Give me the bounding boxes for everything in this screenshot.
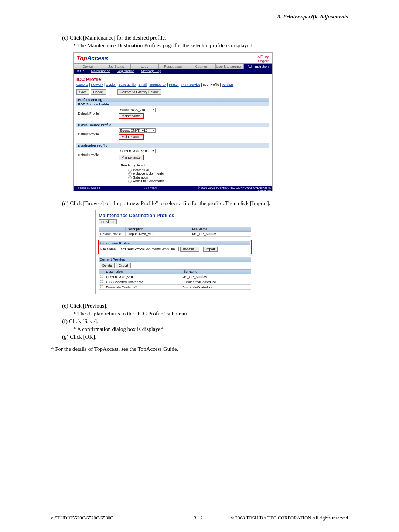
export-button[interactable]: Export: [116, 263, 131, 268]
restore-button[interactable]: Restore to Factory Default: [117, 89, 161, 95]
step-c: (c) Click [Maintenance] for the desired …: [62, 35, 348, 41]
mdp-screenshot: Maintenance Destination Profiles Previou…: [73, 210, 348, 294]
sublink-saveasfile[interactable]: Save as file: [119, 83, 136, 87]
label-absolute: Absolute Colorimetric: [133, 179, 165, 183]
profiles-setting-head: Profiles Setting: [76, 98, 269, 102]
radio-relative[interactable]: [128, 172, 132, 176]
topaccess-footer: | Install Software | | Top | Help | © 20…: [74, 186, 272, 191]
dest-default-label: Default Profile: [78, 153, 119, 157]
label-saturation: Saturation: [133, 176, 148, 179]
tab-counter[interactable]: Counter: [187, 63, 215, 69]
step-d: (d) Click [Browse] of "Import new Profil…: [62, 200, 348, 207]
browse-button[interactable]: Browse...: [180, 247, 200, 252]
tab-device[interactable]: Device: [74, 63, 102, 69]
cp-desc-0: OutputCMYK_v10: [105, 274, 181, 279]
tab-logs[interactable]: Logs: [130, 63, 159, 69]
sublink-printer[interactable]: Printer: [169, 83, 179, 87]
icc-sublinks: General | Network | Copier | Save as fil…: [76, 83, 269, 87]
subtab-messagelog[interactable]: Message Log: [141, 69, 161, 74]
sublink-iccprofile[interactable]: ICC Profile: [203, 83, 219, 87]
cp-file-2: EuroscaleCoated.icc: [181, 285, 251, 290]
sub-tabs: Setup Maintenance Registration Message L…: [74, 69, 272, 74]
tab-administration[interactable]: Administration: [244, 63, 272, 69]
top-link[interactable]: Top: [142, 186, 147, 189]
sublink-copier[interactable]: Copier: [106, 83, 116, 87]
topaccess-screenshot: TopAccess e-Filing Logout Device Job Sta…: [73, 52, 348, 191]
default-profile-desc: OutputCMYK_v10: [126, 232, 191, 237]
cmyk-profile-dropdown[interactable]: SourceCMYK_v10: [119, 128, 156, 133]
dest-maintenance-button[interactable]: Maintenance: [119, 155, 144, 160]
cp-col-description: Description: [105, 270, 181, 274]
mdp-title: Maintenance Destination Profiles: [99, 213, 251, 218]
dest-section-head: Destination Profile: [76, 143, 269, 148]
cmyk-maintenance-button[interactable]: Maintenance: [119, 134, 144, 140]
footer-copyright: © 2003-2008 TOSHIBA TEC CORPORATION All …: [195, 186, 272, 191]
step-f: (f) Click [Save].: [62, 318, 348, 325]
subtab-maintenance[interactable]: Maintenance: [91, 69, 110, 74]
rgb-profile-dropdown[interactable]: SourceRGB_v10: [119, 108, 156, 112]
import-section: Import new Profile File Name C:\Users\xx…: [99, 240, 251, 254]
col-description: Description: [126, 227, 191, 232]
subtab-registration[interactable]: Registration: [117, 69, 134, 74]
sublink-email[interactable]: Email: [138, 83, 147, 87]
cancel-button[interactable]: Cancel: [91, 89, 106, 95]
footer-page: 3-121: [194, 515, 205, 521]
cp-desc-1: U.S. Sheetfed Coated v2: [105, 279, 181, 285]
logout-link[interactable]: Logout: [257, 59, 269, 63]
step-f-note: * A confirmation dialog box is displayed…: [73, 326, 348, 332]
previous-button[interactable]: Previous: [99, 219, 117, 224]
filename-label: File Name: [100, 247, 118, 251]
chapter-title: 3. Printer-specific Adjustments: [51, 14, 348, 20]
efiling-link[interactable]: e-Filing: [257, 55, 269, 59]
install-software-link[interactable]: Install Software: [78, 186, 99, 189]
col-filename: File Name: [191, 227, 251, 232]
footer-copyright: © 2008 TOSHIBA TEC CORPORATION All right…: [230, 515, 348, 521]
tab-usermgmt[interactable]: User Management: [215, 63, 244, 69]
save-button[interactable]: Save: [76, 89, 89, 95]
cmyk-default-label: Default Profile: [78, 132, 119, 136]
rgb-section-head: RGB Source Profile: [76, 102, 269, 106]
current-profiles-head: Current Profiles: [99, 257, 251, 262]
current-profile-row: U.S. Sheetfed Coated v2 USSheetfedCoated…: [99, 279, 251, 285]
step-c-note: * The Maintenance Destination Profiles p…: [73, 43, 348, 49]
sublink-network[interactable]: Network: [91, 83, 103, 87]
footer-model: e-STUDIO5520C/6520C/6530C: [51, 515, 113, 521]
profile-radio-0[interactable]: [100, 275, 103, 278]
rgb-default-label: Default Profile: [78, 112, 119, 115]
label-perceptual: Perceptual: [133, 168, 149, 172]
header-rule: [52, 11, 348, 11]
dest-profile-dropdown[interactable]: OutputCMYK_v10: [119, 149, 156, 153]
sublink-internetfax[interactable]: InternetFax: [149, 83, 166, 87]
radio-absolute[interactable]: [128, 180, 132, 183]
ref-topaccess-guide: * For the details of TopAccess, see the …: [51, 346, 348, 352]
current-profile-row: OutputCMYK_v10 MS_OP_A00.icc: [99, 274, 251, 279]
tab-registration[interactable]: Registration: [159, 63, 187, 69]
step-g: (g) Click [OK].: [62, 334, 348, 340]
subtab-setup[interactable]: Setup: [76, 69, 85, 74]
step-e: (e) Click [Previous].: [62, 303, 348, 309]
profile-radio-1[interactable]: [100, 280, 103, 283]
import-button[interactable]: Import: [203, 247, 218, 252]
cmyk-section-head: CMYK Source Profile: [76, 123, 269, 127]
main-tabs: Device Job Status Logs Registration Coun…: [74, 63, 272, 69]
delete-button[interactable]: Delete: [100, 263, 115, 268]
default-profile-label: Default Profile: [99, 232, 126, 237]
cp-file-0: MS_OP_A00.icc: [181, 274, 251, 279]
label-relative: Relative Colorimetric: [133, 172, 164, 176]
profile-radio-2[interactable]: [100, 285, 103, 288]
rgb-maintenance-button[interactable]: Maintenance: [119, 113, 144, 119]
file-path-input[interactable]: C:\Users\xxxxx\Documents\Work_Im: [120, 247, 179, 251]
import-head: Import new Profile: [99, 241, 250, 245]
sublink-version[interactable]: Version: [222, 83, 233, 87]
radio-saturation[interactable]: [128, 176, 132, 179]
cp-desc-2: Euroscale Coated v2: [105, 285, 181, 290]
radio-perceptual[interactable]: [128, 169, 132, 172]
current-profile-row: Euroscale Coated v2 EuroscaleCoated.icc: [99, 285, 251, 290]
sublink-printservice[interactable]: Print Service: [181, 83, 200, 87]
sublink-general[interactable]: General: [76, 83, 88, 87]
help-link[interactable]: Help: [149, 186, 155, 189]
rendering-intent-label: Rendering Intent: [121, 163, 269, 167]
topaccess-logo: TopAccess: [76, 55, 108, 62]
step-e-note: * The display returns to the "ICC Profil…: [73, 311, 348, 317]
tab-jobstatus[interactable]: Job Status: [102, 63, 130, 69]
